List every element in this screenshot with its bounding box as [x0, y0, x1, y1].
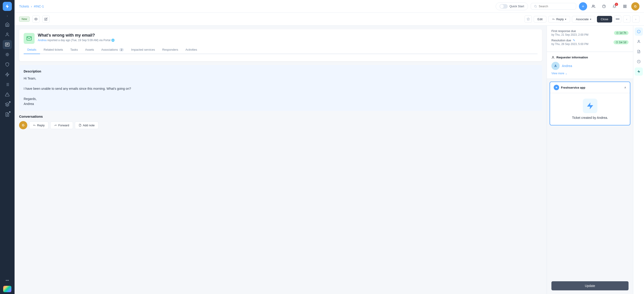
- associate-label: Associate: [576, 17, 588, 21]
- more-actions-btn[interactable]: •••: [614, 15, 621, 23]
- ticket-detail: What's wrong with my email? Andrea repor…: [14, 26, 547, 294]
- tab-tasks[interactable]: Tasks: [67, 46, 82, 54]
- sla-edit-icon[interactable]: ✎: [573, 39, 575, 42]
- ticket-title-row: What's wrong with my email? Andrea repor…: [24, 33, 538, 44]
- app-collapse-btn[interactable]: ∧: [624, 86, 626, 89]
- requester-link[interactable]: Andrea: [38, 39, 47, 42]
- conv-add-note-button[interactable]: Add note: [75, 122, 98, 129]
- reply-icon: [552, 18, 555, 20]
- edit-button[interactable]: Edit: [534, 16, 546, 22]
- svg-marker-15: [6, 103, 9, 104]
- contacts-btn[interactable]: [590, 2, 598, 10]
- quick-start-switch[interactable]: [500, 4, 508, 9]
- sidebar-item-tickets[interactable]: [3, 40, 12, 49]
- conv-reply-button[interactable]: Reply: [29, 122, 48, 129]
- tab-responders[interactable]: Responders: [158, 46, 182, 54]
- svg-point-29: [36, 19, 36, 19]
- breadcrumb: Tickets › #INC-1: [19, 4, 44, 8]
- user-avatar-btn[interactable]: G: [631, 2, 640, 10]
- tab-details-label: Details: [27, 48, 36, 51]
- sidebar-item-lightning[interactable]: [3, 70, 12, 79]
- tab-associations-count: 2: [119, 48, 124, 51]
- clock-icon: [616, 32, 618, 34]
- tab-activities[interactable]: Activities: [182, 46, 201, 54]
- reply-button[interactable]: Reply ▾: [548, 16, 570, 22]
- svg-marker-43: [638, 70, 640, 73]
- home-icon: [5, 22, 10, 27]
- more-dots-label: •••: [616, 17, 620, 21]
- star-icon: [526, 17, 530, 21]
- search-input[interactable]: [539, 4, 573, 8]
- edit-icon-btn[interactable]: [42, 15, 50, 23]
- nav-next-icon: ›: [635, 17, 636, 21]
- requester-name[interactable]: Andrea: [562, 64, 572, 68]
- docs-icon: [5, 112, 10, 117]
- sidebar-item-bug[interactable]: [3, 50, 12, 59]
- sidebar-logo[interactable]: [3, 2, 12, 11]
- tab-assets[interactable]: Assets: [82, 46, 98, 54]
- far-right-notes-btn[interactable]: [635, 47, 643, 56]
- tab-impacted-services[interactable]: Impacted services: [128, 46, 158, 54]
- contacts-topbar-icon: [592, 4, 595, 8]
- pencil-icon: [44, 17, 48, 21]
- app-card-header: Freshservice app ∧: [550, 82, 630, 93]
- view-more-btn[interactable]: View more ⌄: [552, 72, 628, 75]
- svg-marker-34: [556, 86, 558, 89]
- conv-forward-button[interactable]: Forward: [50, 122, 73, 129]
- tab-details[interactable]: Details: [24, 46, 40, 54]
- sidebar-item-home[interactable]: [3, 20, 12, 29]
- sidebar-apps-btn[interactable]: [3, 286, 11, 292]
- sidebar-item-layers[interactable]: [3, 100, 12, 109]
- nav-prev-btn[interactable]: ‹: [623, 15, 630, 23]
- notification-btn[interactable]: 1: [610, 2, 618, 10]
- sidebar-item-more[interactable]: •••: [3, 276, 12, 285]
- sla-first-response-date: by Thu, 21 Sep 2023, 2:00 PM: [552, 33, 588, 36]
- tab-associations[interactable]: Associations 2: [98, 46, 128, 54]
- far-right-panel: [633, 26, 644, 294]
- add-btn[interactable]: [579, 2, 587, 10]
- right-sidebar: First response due by Thu, 21 Sep 2023, …: [547, 26, 633, 294]
- app-logo-icon: [586, 102, 594, 110]
- notes-icon: [637, 50, 640, 53]
- svg-rect-26: [625, 5, 626, 6]
- update-button[interactable]: Update: [552, 281, 628, 290]
- topbar: Tickets › #INC-1 Quick Start: [14, 0, 644, 13]
- sidebar-item-docs[interactable]: [3, 110, 12, 119]
- tab-impacted-services-label: Impacted services: [131, 48, 155, 51]
- view-icon-btn[interactable]: [32, 15, 40, 23]
- far-right-person-btn[interactable]: [635, 37, 643, 46]
- sidebar-item-shield[interactable]: [3, 60, 12, 69]
- sidebar-expand-btn[interactable]: ›: [5, 14, 10, 18]
- sla-first-response-label: First response due: [552, 29, 588, 33]
- far-right-clock-btn[interactable]: [635, 57, 643, 66]
- quick-start-toggle[interactable]: Quick Start: [496, 2, 528, 10]
- close-button[interactable]: Close: [597, 16, 612, 22]
- sidebar-item-contacts[interactable]: [3, 30, 12, 39]
- contacts-icon: [5, 32, 10, 37]
- star-button[interactable]: [524, 15, 532, 23]
- sidebar-dot-indicator: [9, 101, 10, 103]
- app-message: Ticket created by Andrea.: [572, 116, 608, 119]
- lightning-right-icon: [637, 70, 640, 73]
- freshservice-app-card: Freshservice app ∧ Ticket created by And…: [550, 82, 630, 125]
- nav-next-btn[interactable]: ›: [632, 15, 640, 23]
- apps-btn[interactable]: [621, 2, 629, 10]
- far-right-lightning-btn[interactable]: [635, 67, 643, 76]
- associate-chevron-icon: ▾: [590, 18, 591, 20]
- svg-point-18: [534, 5, 536, 7]
- associate-button[interactable]: Associate ▾: [572, 16, 595, 22]
- close-label: Close: [601, 17, 608, 21]
- info-icon: [637, 30, 640, 33]
- conversation-actions: G Reply Forward: [19, 121, 542, 129]
- far-right-info-btn[interactable]: [635, 27, 643, 36]
- help-btn[interactable]: [600, 2, 608, 10]
- svg-rect-25: [624, 5, 625, 6]
- search-bar[interactable]: [531, 3, 576, 9]
- breadcrumb-root[interactable]: Tickets: [19, 4, 29, 8]
- breadcrumb-current[interactable]: #INC-1: [34, 4, 44, 8]
- conversations-section: Conversations G Reply Forward: [19, 114, 542, 129]
- sidebar-item-list[interactable]: [3, 80, 12, 89]
- sidebar-item-alert[interactable]: [3, 90, 12, 99]
- forward-icon: [54, 124, 57, 127]
- tab-related-tickets[interactable]: Related tickets: [40, 46, 67, 54]
